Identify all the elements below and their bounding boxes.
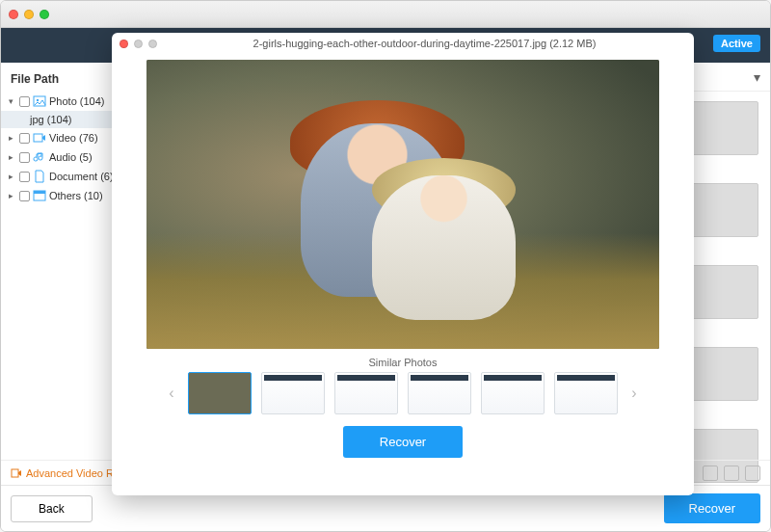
tree-item-document[interactable]: ▸ Document (6) (1, 167, 125, 186)
tree-label: Video (76) (49, 132, 98, 144)
similar-thumb[interactable] (261, 372, 325, 414)
video-icon (33, 131, 46, 145)
tree-label: Others (10) (49, 190, 103, 201)
filter-icon[interactable]: ▾ (754, 69, 760, 85)
tree-item-audio[interactable]: ▸ Audio (5) (1, 147, 125, 167)
active-badge[interactable]: Active (713, 35, 760, 52)
modal-recover-button[interactable]: Recover (343, 426, 463, 458)
document-icon (33, 170, 46, 183)
svg-rect-5 (34, 191, 45, 194)
modal-minimize-icon[interactable] (134, 40, 143, 48)
svg-rect-6 (12, 469, 18, 477)
similar-thumb[interactable] (408, 372, 471, 414)
modal-close-icon[interactable] (120, 40, 128, 48)
similar-photos-label: Similar Photos (112, 357, 694, 368)
similar-carousel: ‹ › (112, 372, 694, 414)
audio-icon (33, 150, 46, 164)
zoom-window-icon[interactable] (40, 10, 49, 19)
chevron-right-icon[interactable]: ▸ (9, 152, 16, 162)
traffic-lights (9, 10, 49, 19)
carousel-next-icon[interactable]: › (625, 385, 643, 402)
advanced-label: Advanced Video Rec (26, 467, 125, 479)
svg-point-2 (37, 99, 39, 101)
back-button[interactable]: Back (11, 495, 93, 522)
similar-thumb[interactable] (334, 372, 398, 414)
modal-titlebar: 2-girls-hugging-each-other-outdoor-durin… (112, 33, 694, 54)
window-titlebar (1, 1, 770, 28)
tree-label: Document (6) (49, 171, 114, 182)
detail-view-icon[interactable] (745, 466, 760, 481)
tree-item-video[interactable]: ▸ Video (76) (1, 128, 125, 147)
preview-title: 2-girls-hugging-each-other-outdoor-durin… (163, 38, 686, 49)
preview-modal: 2-girls-hugging-each-other-outdoor-durin… (112, 33, 694, 495)
carousel-thumbs (188, 372, 618, 414)
checkbox[interactable] (19, 191, 30, 201)
list-view-icon[interactable] (724, 466, 739, 481)
checkbox[interactable] (19, 152, 30, 163)
tree-item-photo[interactable]: ▾ Photo (104) (1, 92, 125, 111)
similar-thumb[interactable] (188, 372, 252, 414)
chevron-right-icon[interactable]: ▸ (9, 191, 16, 200)
tree-label: Audio (5) (49, 151, 93, 163)
checkbox[interactable] (19, 172, 30, 182)
checkbox[interactable] (19, 133, 30, 144)
video-recover-icon (11, 467, 22, 479)
similar-thumb[interactable] (554, 372, 618, 414)
preview-image (146, 60, 659, 349)
chevron-down-icon[interactable]: ▾ (9, 96, 16, 106)
advanced-video-recovery-link[interactable]: Advanced Video Rec (11, 467, 125, 479)
recover-button[interactable]: Recover (664, 493, 760, 523)
checkbox[interactable] (19, 96, 30, 107)
chevron-right-icon[interactable]: ▸ (9, 172, 16, 181)
view-toggles (703, 466, 760, 481)
similar-thumb[interactable] (481, 372, 545, 414)
others-icon (33, 189, 46, 202)
svg-rect-3 (34, 134, 42, 142)
close-window-icon[interactable] (9, 10, 18, 19)
sidebar: File Path ▾ Photo (104) jpg (104) ▸ Vide… (1, 63, 126, 485)
minimize-window-icon[interactable] (24, 10, 34, 19)
sidebar-title: File Path (1, 68, 125, 92)
carousel-prev-icon[interactable]: ‹ (163, 385, 180, 402)
tree-item-others[interactable]: ▸ Others (10) (1, 186, 125, 205)
tree-item-jpg[interactable]: jpg (104) (1, 111, 125, 128)
tree-label: Photo (104) (49, 95, 104, 107)
modal-zoom-icon[interactable] (148, 40, 157, 48)
photo-icon (33, 94, 46, 108)
tree-label: jpg (104) (30, 114, 71, 125)
grid-view-icon[interactable] (703, 466, 718, 481)
chevron-right-icon[interactable]: ▸ (9, 133, 16, 143)
